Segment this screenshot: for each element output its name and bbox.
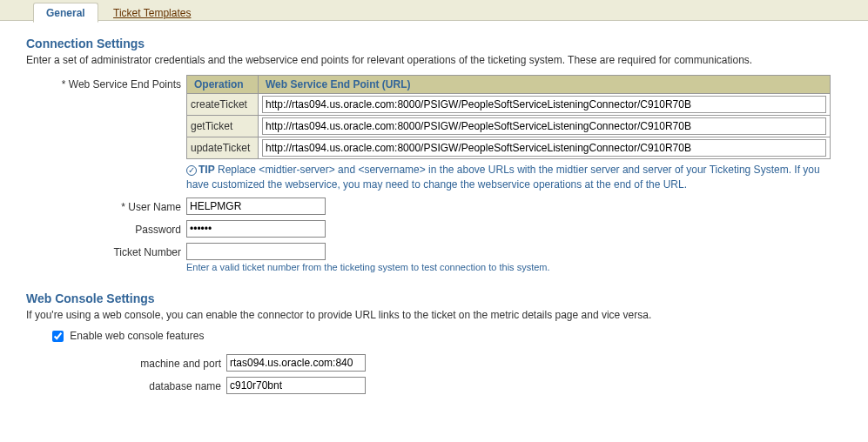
table-row: createTicket	[187, 94, 831, 116]
connection-settings-title: Connection Settings	[26, 37, 856, 50]
table-row: getTicket	[187, 116, 831, 137]
endpoints-table: Operation Web Service End Point (URL) cr…	[186, 75, 831, 159]
operation-updateticket: updateTicket	[187, 137, 259, 159]
tab-ticket-templates[interactable]: Ticket Templates	[101, 3, 203, 22]
endpoints-label: * Web Service End Points	[26, 75, 186, 90]
machine-port-input[interactable]	[226, 354, 366, 372]
web-console-section: Web Console Settings If you're using a w…	[26, 291, 856, 394]
web-console-desc: If you're using a web console, you can e…	[26, 309, 856, 321]
table-row: updateTicket	[187, 137, 831, 159]
col-operation: Operation	[187, 76, 259, 94]
url-getticket-input[interactable]	[262, 117, 826, 135]
tab-bar: General Ticket Templates	[0, 0, 868, 21]
col-url: Web Service End Point (URL)	[259, 76, 831, 94]
connection-settings-section: Connection Settings Enter a set of admin…	[26, 37, 856, 272]
username-input[interactable]	[186, 198, 326, 215]
url-createticket-input[interactable]	[262, 96, 826, 113]
machine-port-label: machine and port	[26, 354, 226, 370]
database-name-input[interactable]	[226, 377, 366, 394]
web-console-title: Web Console Settings	[26, 291, 856, 305]
password-input[interactable]	[186, 220, 326, 238]
enable-webconsole-checkbox[interactable]	[52, 331, 64, 342]
database-name-label: database name	[26, 377, 226, 392]
ticket-number-input[interactable]	[186, 243, 326, 260]
tip-body: Replace <midtier-server> and <servername…	[186, 164, 820, 191]
tip-label: TIP	[198, 164, 215, 176]
operation-getticket: getTicket	[187, 116, 259, 137]
username-label: * User Name	[26, 198, 186, 213]
tip-icon	[186, 165, 197, 176]
enable-webconsole-label: Enable web console features	[70, 330, 204, 342]
connection-settings-desc: Enter a set of administrator credentials…	[26, 54, 856, 66]
password-label: Password	[26, 220, 186, 236]
operation-createticket: createTicket	[187, 94, 259, 116]
url-updateticket-input[interactable]	[262, 139, 826, 157]
tab-general[interactable]: General	[33, 3, 98, 23]
ticket-number-hint: Enter a valid ticket number from the tic…	[186, 262, 856, 272]
ticket-number-label: Ticket Number	[26, 243, 186, 258]
tip-text: TIP Replace <midtier-server> and <server…	[186, 163, 831, 192]
